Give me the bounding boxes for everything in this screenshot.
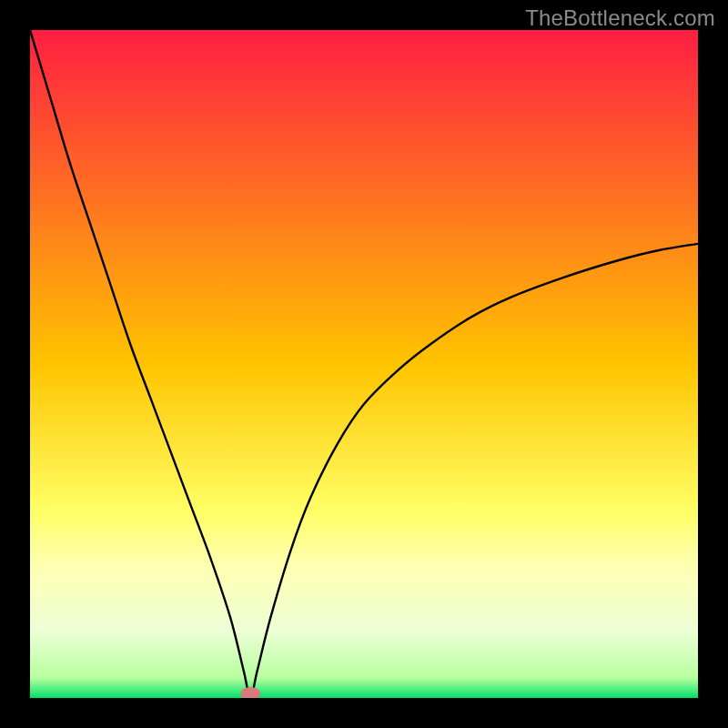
plot-area: [30, 30, 698, 698]
gradient-background: [30, 30, 698, 698]
chart-frame: TheBottleneck.com: [0, 0, 728, 728]
chart-svg: [30, 30, 698, 698]
watermark-text: TheBottleneck.com: [525, 5, 715, 31]
